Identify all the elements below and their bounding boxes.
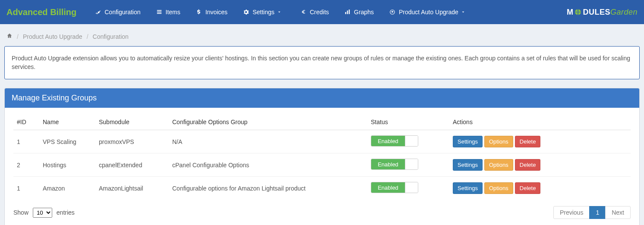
- settings-button[interactable]: Settings: [453, 136, 483, 147]
- chevron-down-icon: [461, 10, 465, 14]
- logo-text: DULES: [583, 8, 610, 17]
- cell-submodule: cpanelExtended: [95, 153, 169, 177]
- cell-submodule: AmazonLightsail: [95, 177, 169, 200]
- cell-config-group: Configurable options for Amazon Lightsai…: [169, 177, 367, 200]
- svg-rect-2: [157, 13, 161, 14]
- pagination-next[interactable]: Next: [605, 206, 631, 219]
- dollar-icon: [196, 9, 202, 15]
- cell-actions: SettingsOptionsDelete: [449, 130, 631, 153]
- delete-button[interactable]: Delete: [515, 182, 541, 194]
- home-icon[interactable]: [6, 33, 13, 40]
- cell-status: Enabled: [367, 153, 449, 177]
- breadcrumb: / Product Auto Upgrade / Configuration: [4, 28, 640, 46]
- status-toggle[interactable]: Enabled: [371, 135, 418, 147]
- svg-rect-3: [345, 12, 346, 14]
- nav-label: Settings: [253, 9, 275, 16]
- cell-config-group: N/A: [169, 130, 367, 153]
- svg-rect-5: [349, 9, 350, 14]
- nav-credits[interactable]: Credits: [293, 0, 337, 24]
- wrench-icon: [95, 9, 101, 15]
- breadcrumb-separator: /: [17, 33, 19, 40]
- toggle-knob: [405, 136, 418, 146]
- table-row: 1AmazonAmazonLightsailConfigurable optio…: [13, 177, 631, 200]
- nav-configuration[interactable]: Configuration: [87, 0, 148, 24]
- th-status[interactable]: Status: [367, 114, 449, 130]
- nav-product-auto-upgrade[interactable]: Product Auto Upgrade: [382, 0, 477, 24]
- brand-title: Advanced Billing: [6, 7, 76, 17]
- toggle-on-label: Enabled: [371, 136, 405, 146]
- settings-button[interactable]: Settings: [453, 159, 483, 171]
- nav-label: Invoices: [205, 9, 227, 16]
- logo-text: Garden: [610, 8, 638, 17]
- th-submodule[interactable]: Submodule: [95, 114, 169, 130]
- options-button[interactable]: Options: [484, 136, 513, 147]
- cell-submodule: proxmoxVPS: [95, 130, 169, 153]
- th-id[interactable]: #ID: [13, 114, 39, 130]
- cell-id: 2: [13, 153, 39, 177]
- bar-chart-icon: [344, 9, 350, 15]
- groups-table: #ID Name Submodule Configurable Options …: [13, 114, 631, 200]
- page-body: / Product Auto Upgrade / Configuration P…: [0, 24, 644, 225]
- nav-label: Credits: [310, 9, 329, 16]
- list-icon: [156, 9, 162, 15]
- breadcrumb-product-auto-upgrade[interactable]: Product Auto Upgrade: [23, 33, 82, 40]
- breadcrumb-separator: /: [87, 33, 88, 40]
- nav-label: Configuration: [104, 9, 140, 16]
- toggle-on-label: Enabled: [371, 159, 405, 169]
- pagination-page-1[interactable]: 1: [589, 206, 606, 219]
- info-text: Product Auto Upgrade extension allows yo…: [12, 55, 630, 70]
- table-row: 1VPS ScalingproxmoxVPSN/AEnabledSettings…: [13, 130, 631, 153]
- panel-title: Manage Existing Groups: [5, 88, 639, 108]
- arrow-up-circle-icon: [389, 9, 395, 15]
- globe-icon: [574, 8, 582, 16]
- cell-name: VPS Scaling: [39, 130, 95, 153]
- nav-label: Graphs: [354, 9, 374, 16]
- options-button[interactable]: Options: [484, 159, 513, 171]
- table-row: 2HostingscpanelExtendedcPanel Configurab…: [13, 153, 631, 177]
- nav-label: Items: [166, 9, 180, 16]
- status-toggle[interactable]: Enabled: [371, 182, 418, 193]
- settings-button[interactable]: Settings: [453, 182, 483, 194]
- show-entries: Show 10 entries: [13, 208, 75, 218]
- top-navbar: Advanced Billing Configuration Items Inv…: [0, 0, 644, 24]
- chevron-down-icon: [277, 10, 281, 14]
- breadcrumb-current: Configuration: [93, 33, 129, 40]
- panel-body: #ID Name Submodule Configurable Options …: [5, 108, 639, 225]
- th-config-group[interactable]: Configurable Options Group: [169, 114, 367, 130]
- svg-rect-1: [157, 12, 161, 12]
- gear-icon: [243, 9, 249, 15]
- pagination: Previous 1 Next: [554, 206, 631, 219]
- entries-label: entries: [57, 209, 75, 216]
- th-name[interactable]: Name: [39, 114, 95, 130]
- toggle-knob: [405, 182, 418, 193]
- cell-actions: SettingsOptionsDelete: [449, 153, 631, 177]
- delete-button[interactable]: Delete: [515, 159, 541, 171]
- options-button[interactable]: Options: [484, 182, 513, 194]
- toggle-on-label: Enabled: [371, 182, 405, 193]
- cell-name: Hostings: [39, 153, 95, 177]
- nav-label: Product Auto Upgrade: [399, 9, 458, 16]
- cell-actions: SettingsOptionsDelete: [449, 177, 631, 200]
- cell-id: 1: [13, 177, 39, 200]
- toggle-knob: [405, 159, 418, 169]
- cell-status: Enabled: [367, 177, 449, 200]
- table-footer: Show 10 entries Previous 1 Next: [13, 206, 631, 219]
- euro-icon: [300, 9, 306, 15]
- nav-items: Configuration Items Invoices Settings Cr…: [87, 0, 567, 24]
- page-size-select[interactable]: 10: [33, 208, 52, 218]
- logo-text: M: [567, 8, 574, 17]
- svg-rect-0: [157, 10, 161, 11]
- info-alert: Product Auto Upgrade extension allows yo…: [4, 46, 640, 79]
- nav-invoices[interactable]: Invoices: [188, 0, 235, 24]
- nav-items-link[interactable]: Items: [148, 0, 188, 24]
- table-header-row: #ID Name Submodule Configurable Options …: [13, 114, 631, 130]
- pagination-previous[interactable]: Previous: [553, 206, 590, 219]
- status-toggle[interactable]: Enabled: [371, 159, 418, 170]
- show-label: Show: [13, 209, 28, 216]
- nav-settings[interactable]: Settings: [235, 0, 293, 24]
- cell-config-group: cPanel Configurable Options: [169, 153, 367, 177]
- delete-button[interactable]: Delete: [515, 136, 541, 147]
- modulesgarden-logo: M DULES Garden: [567, 8, 638, 17]
- cell-status: Enabled: [367, 130, 449, 153]
- nav-graphs[interactable]: Graphs: [337, 0, 382, 24]
